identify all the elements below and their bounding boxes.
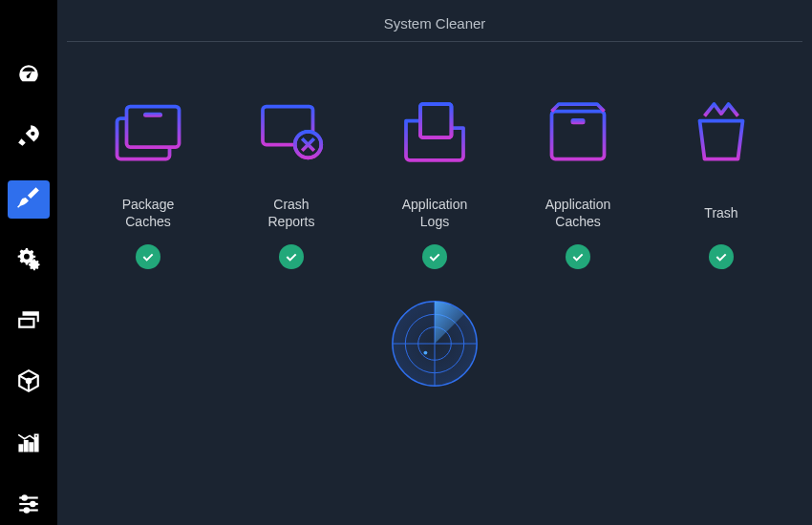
sidebar-item-dashboard[interactable] xyxy=(8,57,50,95)
sliders-icon xyxy=(16,492,41,520)
rocket-icon xyxy=(16,123,41,152)
svg-point-43 xyxy=(423,351,427,355)
sidebar-item-settings[interactable] xyxy=(8,487,50,525)
svg-rect-1 xyxy=(19,445,22,452)
package-icon xyxy=(16,368,41,397)
svg-point-8 xyxy=(23,495,27,499)
card-package-caches[interactable]: Package Caches xyxy=(81,80,215,269)
sidebar-item-packages[interactable] xyxy=(8,364,50,402)
check-icon[interactable] xyxy=(279,244,304,269)
card-trash[interactable]: Trash xyxy=(654,80,788,269)
boxes-icon xyxy=(110,80,186,185)
card-label: Package Caches xyxy=(122,195,174,231)
sidebar-item-startup[interactable] xyxy=(8,118,50,157)
gauge-icon xyxy=(16,62,41,91)
card-application-caches[interactable]: Application Caches xyxy=(511,80,645,269)
scan-button[interactable] xyxy=(389,298,481,389)
chart-icon xyxy=(16,430,41,459)
page-title: System Cleaner xyxy=(67,10,802,42)
sidebar xyxy=(0,0,57,525)
svg-rect-4 xyxy=(35,436,38,451)
card-label: Crash Reports xyxy=(267,195,314,231)
svg-rect-2 xyxy=(25,440,28,451)
svg-point-10 xyxy=(25,508,29,512)
card-label: Application Caches xyxy=(545,195,611,231)
svg-rect-14 xyxy=(143,113,162,117)
sidebar-item-cleaner[interactable] xyxy=(8,180,50,219)
gears-icon xyxy=(16,246,41,275)
svg-rect-29 xyxy=(571,118,586,124)
scan-area xyxy=(67,298,802,389)
svg-rect-3 xyxy=(30,443,32,452)
sidebar-item-processes[interactable] xyxy=(8,303,50,341)
folder-log-icon xyxy=(396,80,473,185)
windows-icon xyxy=(16,307,41,336)
check-icon[interactable] xyxy=(422,244,447,269)
broom-icon xyxy=(16,185,41,214)
check-icon[interactable] xyxy=(136,244,160,269)
sidebar-item-resources[interactable] xyxy=(8,426,50,464)
cleaner-cards: Package Caches Crash Reports xyxy=(67,80,802,269)
main-panel: System Cleaner xyxy=(57,0,812,525)
svg-point-0 xyxy=(27,379,31,383)
card-label: Trash xyxy=(704,195,737,231)
svg-point-9 xyxy=(31,502,34,506)
app-cache-icon xyxy=(540,80,616,185)
sidebar-item-services[interactable] xyxy=(8,242,50,280)
card-crash-reports[interactable]: Crash Reports xyxy=(224,80,358,269)
crash-icon xyxy=(253,80,330,185)
card-label: Application Logs xyxy=(402,195,468,231)
trash-icon xyxy=(683,80,759,185)
check-icon[interactable] xyxy=(709,244,734,269)
check-icon[interactable] xyxy=(566,244,590,269)
card-application-logs[interactable]: Application Logs xyxy=(368,80,502,269)
